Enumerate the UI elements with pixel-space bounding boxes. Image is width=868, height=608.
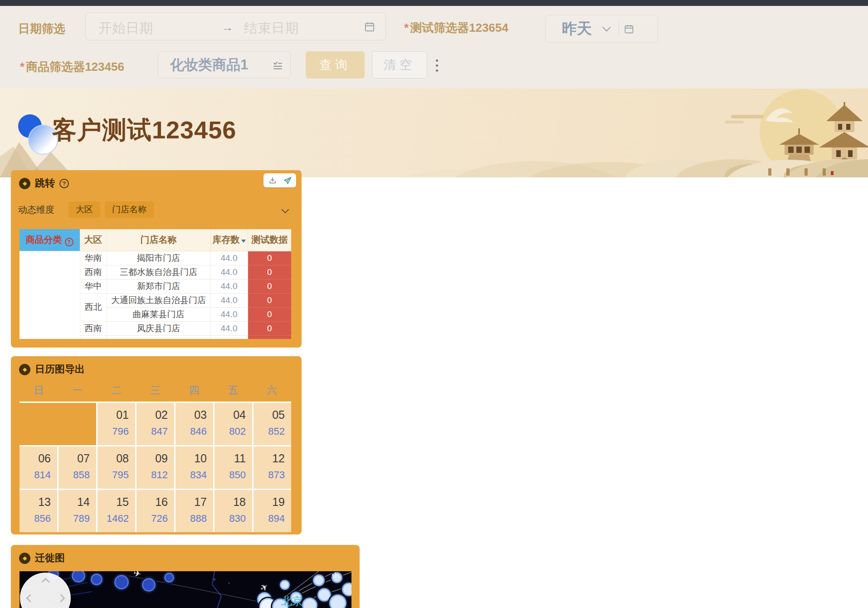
- send-icon[interactable]: [283, 176, 292, 185]
- test-value-cell[interactable]: 0: [248, 307, 291, 321]
- migration-card-header: ◆ 迁徙图: [19, 551, 65, 565]
- calendar-weekday: 一: [59, 383, 98, 397]
- store-cell[interactable]: 曲麻莱县门店: [107, 307, 210, 321]
- calendar-day-number: 19: [254, 495, 285, 509]
- clear-button[interactable]: 清空: [372, 51, 427, 78]
- calendar-card: ◆ 日历图导出 日一二三四五六 017960284703846048020585…: [11, 356, 302, 534]
- download-icon[interactable]: [268, 176, 277, 185]
- column-header-2[interactable]: 门店名称: [107, 229, 210, 251]
- calendar-day-number: 12: [254, 452, 285, 465]
- help-icon[interactable]: ?: [65, 238, 73, 246]
- region-cell[interactable]: 华中: [80, 279, 107, 293]
- store-cell[interactable]: 大通回族土族自治县门店: [107, 293, 210, 307]
- pan-right-icon[interactable]: [57, 594, 65, 602]
- calendar-day-number: 03: [176, 408, 207, 422]
- dimension-tag[interactable]: 大区: [68, 201, 100, 218]
- calendar-icon[interactable]: [364, 21, 375, 34]
- calendar-day-cell[interactable]: 17888: [176, 490, 213, 532]
- region-cell[interactable]: 西北: [80, 293, 107, 321]
- diamond-icon: ◆: [19, 553, 30, 564]
- store-cell[interactable]: 三都水族自治县门店: [107, 265, 210, 279]
- store-cell[interactable]: 凤庆县门店: [107, 321, 210, 335]
- stock-cell[interactable]: 44.0: [210, 307, 248, 321]
- calendar-weekday: 二: [97, 383, 136, 397]
- chevron-down-icon[interactable]: [282, 206, 289, 214]
- column-header-3[interactable]: 库存数: [210, 229, 248, 251]
- diamond-icon: ◆: [19, 178, 30, 189]
- stock-cell[interactable]: 44.0: [210, 251, 248, 265]
- pan-up-icon[interactable]: [41, 578, 49, 586]
- help-icon[interactable]: ?: [59, 179, 69, 188]
- more-options-icon[interactable]: [434, 58, 440, 74]
- calendar-day-cell[interactable]: 13856: [20, 490, 57, 532]
- dimension-tag[interactable]: 门店名称: [105, 201, 154, 218]
- calendar-day-cell[interactable]: 18830: [215, 490, 252, 532]
- dashboard-banner: 客户测试123456: [0, 88, 868, 177]
- test-value-cell[interactable]: 0: [248, 321, 291, 335]
- calendar-day-number: 10: [176, 452, 207, 465]
- calendar-weekday: 日: [20, 383, 59, 397]
- calendar-day-cell[interactable]: 06814: [20, 446, 57, 489]
- region-cell[interactable]: 华南: [80, 251, 107, 265]
- test-filter-value: 昨天: [562, 19, 592, 39]
- calendar-day-cell[interactable]: 02847: [137, 403, 174, 445]
- stock-cell[interactable]: 44.0: [210, 279, 248, 293]
- jump-card-header: ◆ 跳转 ?: [19, 177, 69, 190]
- migration-map[interactable]: ✈ ✈ ✈ ✈ 北京: [20, 571, 351, 608]
- calendar-day-cell[interactable]: 151462: [98, 490, 135, 532]
- test-value-cell[interactable]: 0: [248, 251, 291, 265]
- checklist-icon[interactable]: [272, 60, 283, 73]
- calendar-day-cell[interactable]: 11850: [215, 446, 252, 489]
- product-filter-select[interactable]: 化妆类商品1: [158, 51, 291, 78]
- diamond-icon: ◆: [19, 364, 30, 375]
- pan-left-icon[interactable]: [26, 594, 34, 602]
- region-cell[interactable]: 西南: [80, 321, 107, 335]
- column-header-label: 测试数据: [251, 235, 288, 245]
- chevron-down-icon[interactable]: [602, 23, 610, 31]
- range-arrow-icon: →: [222, 20, 234, 34]
- clipped-cell: [80, 335, 107, 339]
- calendar-day-cell[interactable]: 03846: [176, 403, 213, 445]
- column-header-1[interactable]: 大区: [80, 229, 107, 251]
- calendar-day-cell[interactable]: 08795: [98, 446, 135, 489]
- test-filter-select[interactable]: 昨天: [545, 15, 658, 43]
- test-value-cell[interactable]: 0: [248, 279, 291, 293]
- calendar-day-number: 07: [59, 452, 90, 465]
- calendar-day-cell[interactable]: 19894: [254, 490, 291, 532]
- calendar-weekday-row: 日一二三四五六: [20, 383, 291, 397]
- calendar-day-value: 850: [215, 469, 246, 481]
- region-cell[interactable]: 西南: [80, 265, 107, 279]
- calendar-day-cell[interactable]: 14789: [59, 490, 96, 532]
- calendar-weekday: 五: [214, 383, 253, 397]
- store-cell[interactable]: 新郑市门店: [107, 279, 210, 293]
- date-range-input[interactable]: 开始日期 → 结束日期: [85, 12, 386, 40]
- calendar-day-cell[interactable]: 01796: [98, 403, 135, 445]
- calendar-day-cell[interactable]: 16726: [137, 490, 174, 532]
- table-row: 华南揭阳市门店44.00: [20, 251, 291, 265]
- dynamic-dimension-select[interactable]: 大区门店名称: [63, 199, 296, 220]
- clipped-cell: [248, 335, 291, 339]
- calendar-day-value: 814: [20, 469, 51, 481]
- start-date-placeholder: 开始日期: [98, 19, 153, 38]
- test-value-cell[interactable]: 0: [248, 265, 291, 279]
- store-cell[interactable]: 揭阳市门店: [107, 251, 210, 265]
- calendar-day-cell[interactable]: 05852: [254, 403, 291, 445]
- calendar-day-value: 846: [176, 426, 207, 437]
- calendar-day-cell[interactable]: 09812: [137, 446, 174, 489]
- calendar-day-number: 01: [98, 408, 129, 422]
- query-button[interactable]: 查询: [306, 51, 365, 78]
- test-value-cell[interactable]: 0: [248, 293, 291, 307]
- stock-cell[interactable]: 44.0: [210, 265, 248, 279]
- calendar-day-cell[interactable]: 10834: [176, 446, 213, 489]
- stock-cell[interactable]: 44.0: [210, 293, 248, 307]
- stock-cell[interactable]: 44.0: [210, 321, 248, 335]
- card-action-box: [263, 173, 296, 187]
- column-header-4[interactable]: 测试数据: [248, 229, 291, 251]
- column-header-0[interactable]: 商品分类?: [20, 229, 80, 251]
- calendar-day-cell[interactable]: 12873: [254, 446, 291, 489]
- calendar-day-value: 795: [98, 469, 129, 481]
- calendar-day-cell[interactable]: 07858: [59, 446, 96, 489]
- calendar-icon[interactable]: [624, 24, 634, 34]
- migration-card: ◆ 迁徙图: [11, 545, 360, 608]
- calendar-day-cell[interactable]: 04802: [215, 403, 252, 445]
